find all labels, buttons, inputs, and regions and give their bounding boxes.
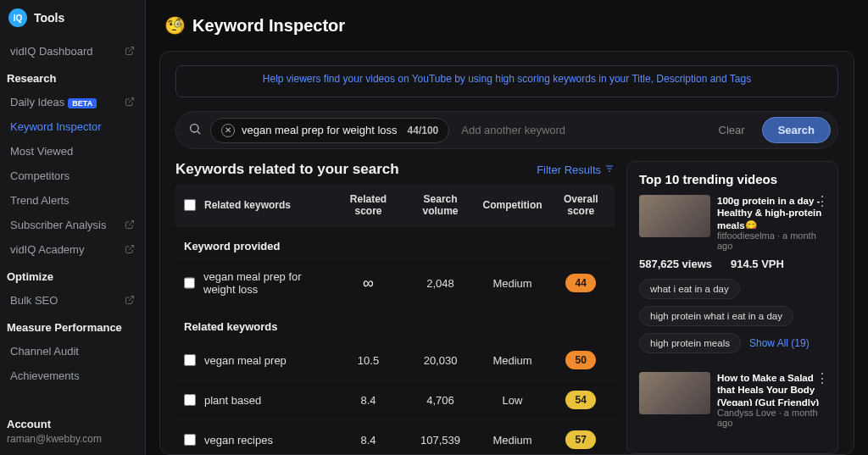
sidebar-item[interactable]: Subscriber Analysis [0, 213, 145, 237]
remove-keyword-icon[interactable]: ✕ [221, 124, 235, 137]
table-row: vegan recipes8.4107,539Medium57 [175, 420, 615, 455]
keyword-chip-text: vegan meal prep for weight loss [242, 124, 398, 136]
col-related-keywords: Related keywords [204, 199, 291, 211]
table-row: vegan meal prep for weight loss∞2,048Med… [175, 260, 615, 307]
panel: Help viewers find your videos on YouTube… [159, 51, 854, 455]
search-icon [188, 122, 202, 138]
sidebar-item[interactable]: Achievements [0, 363, 145, 388]
logo-icon: IQ [8, 8, 27, 27]
related-score: 8.4 [333, 420, 403, 455]
app-label: Tools [34, 11, 64, 25]
sidebar-item[interactable]: Competitors [0, 164, 145, 188]
sidebar-item[interactable]: vidIQ Dashboard [0, 39, 145, 64]
svg-line-6 [198, 131, 200, 134]
sidebar-item-label: Most Viewed [10, 145, 73, 158]
keyword-chip-score: 44/100 [408, 125, 439, 136]
sidebar-header: IQ Tools [0, 0, 145, 39]
search-volume: 107,539 [403, 420, 478, 455]
svg-line-2 [129, 220, 134, 225]
account-email: raman@kwebby.com [7, 433, 135, 445]
account-block[interactable]: Account raman@kwebby.com [0, 406, 145, 455]
search-volume: 20,030 [403, 341, 478, 380]
score-pill: 44 [565, 274, 596, 292]
keyword-text: plant based [204, 394, 261, 407]
sidebar-item[interactable]: Keyword Inspector [0, 114, 145, 139]
sidebar-item-label: Competitors [10, 169, 70, 182]
row-checkbox[interactable] [184, 354, 196, 366]
row-checkbox[interactable] [184, 434, 196, 446]
video-title: 100g protein in a day - Healthy & high-p… [717, 195, 826, 229]
score-pill: 50 [565, 351, 596, 369]
select-all-checkbox[interactable] [184, 199, 196, 211]
keyword-text: vegan meal prep [204, 354, 287, 367]
sidebar-section-title: Optimize [0, 262, 145, 288]
col-related-score: Related score [333, 185, 403, 226]
more-icon[interactable]: ⋮ [815, 193, 829, 209]
sidebar-item-label: vidIQ Dashboard [10, 45, 93, 58]
tag-pill[interactable]: what i eat in a day [639, 279, 740, 299]
clear-button[interactable]: Clear [710, 119, 754, 141]
sidebar-item-label: Trend Alerts [10, 194, 70, 207]
table-row: plant based8.44,706Low54 [175, 380, 615, 420]
svg-line-0 [129, 47, 134, 52]
row-checkbox[interactable] [184, 277, 195, 289]
filter-label: Filter Results [537, 164, 601, 176]
sidebar-item[interactable]: Bulk SEO [0, 288, 145, 313]
keywords-table-wrap: Keywords related to your search Filter R… [175, 161, 615, 454]
video-thumbnail [639, 195, 710, 237]
search-volume: 2,048 [403, 260, 478, 307]
trending-video[interactable]: ⋮How to Make a Salad that Heals Your Bod… [639, 372, 826, 428]
sidebar-item-label: vidIQ Academy [10, 243, 84, 256]
keyword-text: vegan meal prep for weight loss [203, 270, 328, 296]
overall-score-cell: 54 [548, 380, 615, 420]
header-emoji-icon: 🧐 [164, 15, 186, 36]
col-competition: Competition [478, 185, 548, 226]
overall-score-cell: 57 [548, 420, 615, 455]
table-row: vegan meal prep10.520,030Medium50 [175, 341, 615, 380]
page-header: 🧐 Keyword Inspector [146, 0, 868, 46]
sidebar-item[interactable]: Channel Audit [0, 339, 145, 363]
show-all-link[interactable]: Show All (19) [749, 337, 810, 349]
competition: Low [478, 380, 548, 420]
sidebar-item[interactable]: Daily IdeasBETA [0, 90, 145, 114]
keyword-text: vegan recipes [204, 434, 273, 447]
related-score: 10.5 [333, 341, 403, 380]
overall-score-cell: 44 [548, 260, 615, 307]
col-overall-score: Overall score [548, 185, 615, 226]
sidebar-item-label: Channel Audit [10, 345, 79, 358]
keyword-chip: ✕ vegan meal prep for weight loss 44/100 [210, 118, 449, 143]
trending-video[interactable]: ⋮100g protein in a day - Healthy & high-… [639, 195, 826, 251]
video-stats: 587,625 views914.5 VPH [639, 258, 826, 270]
trending-panel: Top 10 trending videos ⋮100g protein in … [626, 161, 838, 454]
tag-pill[interactable]: high protein what i eat in a day [639, 306, 793, 326]
overall-score-cell: 50 [548, 341, 615, 380]
external-link-icon [125, 219, 135, 231]
competition: Medium [478, 341, 548, 380]
table-title: Keywords related to your search [175, 161, 399, 178]
svg-line-3 [129, 245, 134, 250]
main: 🧐 Keyword Inspector Help viewers find yo… [146, 0, 868, 455]
external-link-icon [125, 295, 135, 307]
sidebar-item[interactable]: Trend Alerts [0, 188, 145, 213]
page-title: Keyword Inspector [192, 16, 345, 36]
related-score: ∞ [333, 260, 403, 307]
sidebar-item-label: Subscriber Analysis [10, 219, 106, 231]
search-button[interactable]: Search [762, 117, 831, 143]
row-checkbox[interactable] [184, 394, 196, 406]
add-keyword-input[interactable] [458, 120, 701, 140]
more-icon[interactable]: ⋮ [815, 370, 829, 386]
sidebar-section-title: Measure Performance [0, 313, 145, 339]
vph-label: 914.5 VPH [731, 258, 784, 270]
video-channel: Candyss Love · a month ago [717, 408, 826, 428]
sidebar-item[interactable]: vidIQ Academy [0, 237, 145, 262]
sidebar-item-label: Achievements [10, 369, 80, 382]
tag-pill[interactable]: high protein meals [639, 333, 741, 353]
video-title: How to Make a Salad that Heals Your Body… [717, 372, 826, 406]
related-score: 8.4 [333, 380, 403, 420]
trending-title: Top 10 trending videos [639, 172, 826, 186]
filter-results-button[interactable]: Filter Results [537, 164, 615, 176]
svg-point-5 [191, 125, 198, 132]
sidebar-item[interactable]: Most Viewed [0, 139, 145, 164]
account-title: Account [7, 418, 135, 430]
competition: Medium [478, 260, 548, 307]
